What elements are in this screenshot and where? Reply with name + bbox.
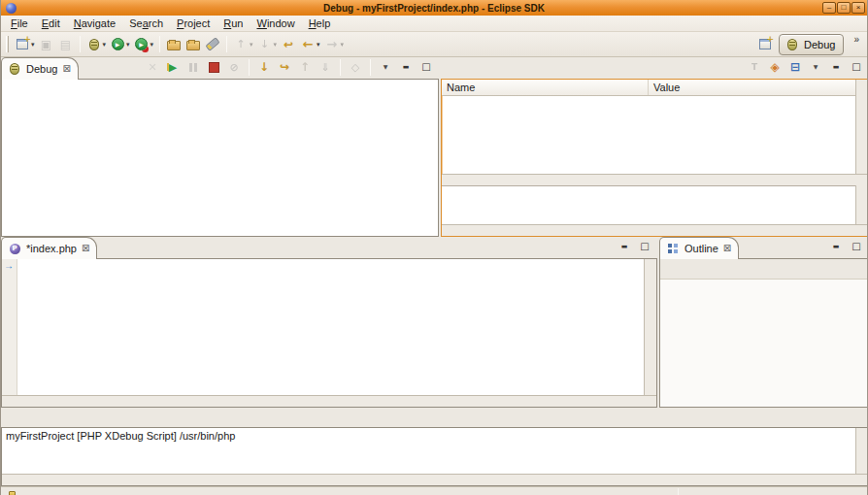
menu-item-file[interactable]: File bbox=[4, 16, 35, 30]
menu-item-window[interactable]: Window bbox=[250, 16, 301, 30]
tab-debug[interactable]: Debug ⊠ bbox=[1, 57, 79, 80]
variables-table-vscrollbar[interactable] bbox=[855, 80, 868, 174]
show-logical-structure-button[interactable] bbox=[765, 57, 785, 77]
maximize-button[interactable] bbox=[847, 237, 866, 256]
console-view: myFirstProject [PHP XDebug Script] /usr/… bbox=[1, 408, 868, 486]
view-menu-button[interactable] bbox=[806, 57, 825, 77]
window-minimize-button[interactable]: – bbox=[822, 2, 836, 14]
open-folder-button[interactable] bbox=[184, 35, 203, 54]
minimize-button[interactable] bbox=[396, 57, 416, 77]
console-vscrollbar[interactable] bbox=[855, 428, 868, 474]
outline-view-icon bbox=[665, 241, 681, 256]
column-header-value[interactable]: Value bbox=[649, 82, 855, 93]
resume-button[interactable] bbox=[163, 57, 183, 77]
minimize-button[interactable] bbox=[826, 237, 846, 256]
minimize-icon bbox=[828, 59, 844, 75]
last-edit-location-button[interactable] bbox=[279, 35, 298, 54]
tab-outline[interactable]: Outline ⊠ bbox=[659, 237, 739, 259]
debug-view-tabrow: Debug ⊠ bbox=[1, 57, 439, 79]
menu-item-help[interactable]: Help bbox=[302, 16, 338, 30]
maximize-button[interactable] bbox=[847, 57, 866, 77]
debug-perspective-button[interactable]: Debug bbox=[779, 34, 844, 55]
step-over-button[interactable] bbox=[275, 57, 294, 77]
editor-gutter[interactable] bbox=[2, 259, 17, 395]
eclipse-window: Debug - myFirstProject/index.php - Eclip… bbox=[0, 0, 868, 495]
prev-annotation-button[interactable] bbox=[231, 35, 255, 54]
minimize-button[interactable] bbox=[826, 57, 846, 77]
open-folder-icon bbox=[185, 37, 201, 52]
tab-index-php-close-icon[interactable]: ⊠ bbox=[82, 244, 89, 253]
editor-vscrollbar[interactable] bbox=[644, 259, 656, 395]
forward-button[interactable] bbox=[322, 35, 347, 54]
suspend-icon bbox=[185, 59, 201, 75]
minimize-button[interactable] bbox=[615, 237, 634, 256]
maximize-button[interactable] bbox=[417, 57, 436, 77]
next-annotation-button[interactable] bbox=[255, 35, 280, 54]
menu-item-navigate[interactable]: Navigate bbox=[67, 16, 122, 30]
view-menu-icon bbox=[378, 59, 393, 75]
variables-detail-pane[interactable] bbox=[442, 185, 855, 224]
tab-index-php[interactable]: *index.php ⊠ bbox=[1, 237, 97, 259]
flashlight-button[interactable] bbox=[203, 35, 222, 54]
php-file-icon bbox=[7, 241, 22, 256]
editor-hscrollbar[interactable] bbox=[2, 395, 656, 407]
variables-detail-hscrollbar[interactable] bbox=[442, 224, 868, 236]
print-button[interactable] bbox=[56, 35, 76, 54]
outline-empty-content[interactable] bbox=[660, 280, 868, 407]
variables-view-toolbar bbox=[745, 57, 868, 79]
menu-item-project[interactable]: Project bbox=[170, 16, 217, 30]
variables-table-hscrollbar[interactable] bbox=[442, 174, 868, 185]
menu-item-run[interactable]: Run bbox=[217, 16, 250, 30]
window-close-button[interactable]: × bbox=[851, 2, 865, 14]
minimize-icon bbox=[617, 239, 632, 254]
perspective-bar: Debug » bbox=[755, 34, 863, 55]
last-edit-location-icon bbox=[281, 37, 296, 52]
save-button[interactable] bbox=[37, 35, 56, 54]
step-over-icon bbox=[277, 59, 292, 75]
tab-outline-close-icon[interactable]: ⊠ bbox=[723, 244, 731, 253]
suspend-button[interactable] bbox=[184, 57, 203, 77]
drop-to-frame-button[interactable] bbox=[316, 57, 335, 77]
remove-terminated-button[interactable] bbox=[143, 57, 162, 77]
view-menu-button[interactable] bbox=[376, 57, 395, 77]
variables-table-header: Name Value bbox=[442, 80, 855, 96]
debug-launch-button[interactable] bbox=[84, 35, 109, 54]
menu-item-search[interactable]: Search bbox=[122, 16, 170, 30]
new-wizard-button[interactable] bbox=[13, 35, 37, 54]
use-step-filters-button[interactable] bbox=[346, 57, 365, 77]
prev-annotation-icon bbox=[233, 37, 249, 52]
toolbar-drag-handle[interactable] bbox=[6, 36, 9, 52]
open-perspective-icon bbox=[757, 37, 773, 52]
variables-detail-vscrollbar[interactable] bbox=[855, 185, 868, 224]
editor-area: *index.php ⊠ → bbox=[1, 237, 657, 408]
terminate-button[interactable] bbox=[204, 57, 223, 77]
titlebar[interactable]: Debug - myFirstProject/index.php - Eclip… bbox=[1, 0, 867, 16]
show-type-names-button[interactable] bbox=[745, 57, 764, 77]
run-launch-button[interactable] bbox=[108, 35, 132, 54]
toolbar-separator bbox=[226, 36, 227, 52]
step-return-button[interactable] bbox=[295, 57, 315, 77]
console-hscrollbar[interactable] bbox=[2, 474, 868, 485]
maximize-button[interactable] bbox=[635, 237, 654, 256]
tab-debug-close-icon[interactable]: ⊠ bbox=[62, 64, 70, 74]
external-tools-launch-button[interactable] bbox=[132, 35, 156, 54]
open-perspective-button[interactable] bbox=[755, 35, 775, 54]
collapse-all-button[interactable] bbox=[785, 57, 805, 77]
disconnect-button[interactable] bbox=[224, 57, 244, 77]
instruction-pointer-icon: → bbox=[4, 259, 16, 271]
toolbar-separator bbox=[249, 59, 250, 76]
step-into-button[interactable] bbox=[254, 57, 274, 77]
toolbar-separator bbox=[80, 36, 81, 52]
back-button[interactable] bbox=[298, 35, 322, 54]
column-header-name[interactable]: Name bbox=[442, 80, 649, 95]
console-output[interactable]: myFirstProject [PHP XDebug Script] /usr/… bbox=[2, 428, 855, 474]
window-restore-button[interactable]: □ bbox=[837, 2, 851, 14]
open-folder-blue-button[interactable] bbox=[164, 35, 184, 54]
menu-item-edit[interactable]: Edit bbox=[35, 16, 67, 30]
perspective-overflow-chevron[interactable]: » bbox=[853, 34, 859, 45]
debug-launch-icon bbox=[86, 37, 102, 52]
code-editor[interactable]: → bbox=[2, 259, 644, 395]
variables-view: Name Value bbox=[441, 57, 868, 237]
maximize-icon bbox=[637, 239, 652, 254]
app-icon[interactable] bbox=[3, 0, 18, 16]
